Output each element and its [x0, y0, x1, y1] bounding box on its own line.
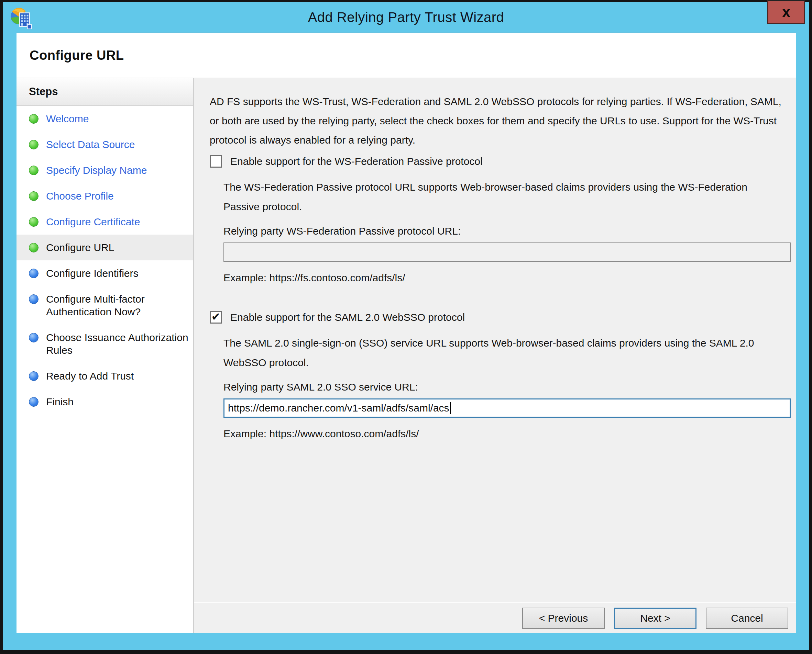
- step-configure-url-current[interactable]: Configure URL: [17, 235, 193, 260]
- wsfed-example-text: Example: https://fs.contoso.com/adfs/ls/: [224, 272, 789, 284]
- step-ready-to-add-trust: Ready to Add Trust: [17, 363, 193, 389]
- wsfed-checkbox-row: Enable support for the WS-Federation Pas…: [210, 155, 789, 168]
- page-header: Configure URL: [17, 33, 796, 78]
- wsfed-description: The WS-Federation Passive protocol URL s…: [224, 177, 782, 216]
- step-configure-mfa: Configure Multi-factor Authentication No…: [17, 286, 193, 325]
- step-select-data-source[interactable]: Select Data Source: [17, 131, 193, 157]
- next-button[interactable]: Next >: [614, 608, 697, 629]
- steps-sidebar: Steps Welcome Select Data Source Specify…: [17, 78, 194, 633]
- step-done-bullet-icon: [29, 217, 38, 227]
- steps-list: Welcome Select Data Source Specify Displ…: [17, 106, 193, 414]
- step-pending-bullet-icon: [29, 371, 38, 381]
- saml-description: The SAML 2.0 single-sign-on (SSO) servic…: [224, 333, 782, 372]
- checkmark-icon: ✔: [211, 311, 221, 322]
- wsfed-checkbox-label: Enable support for the WS-Federation Pas…: [230, 156, 483, 167]
- step-finish: Finish: [17, 389, 193, 414]
- screen: Add Relying Party Trust Wizard x Configu…: [0, 0, 812, 654]
- step-done-bullet-icon: [29, 191, 38, 201]
- cancel-button[interactable]: Cancel: [706, 608, 788, 629]
- adfs-app-icon: [10, 6, 33, 29]
- step-pending-bullet-icon: [29, 269, 38, 278]
- saml-checkbox[interactable]: ✔: [210, 311, 222, 324]
- page-title: Configure URL: [29, 48, 124, 63]
- wsfed-url-label: Relying party WS-Federation Passive prot…: [224, 225, 789, 237]
- step-configure-identifiers: Configure Identifiers: [17, 260, 193, 286]
- close-button[interactable]: x: [767, 0, 805, 24]
- text-cursor: [450, 402, 451, 414]
- wizard-content-panel: Configure URL Steps Welcome Select Data …: [17, 33, 796, 633]
- title-bar: Add Relying Party Trust Wizard x: [3, 2, 809, 33]
- step-done-bullet-icon: [29, 243, 38, 252]
- intro-text: AD FS supports the WS-Trust, WS-Federati…: [210, 92, 791, 150]
- wsfed-checkbox[interactable]: [210, 155, 222, 168]
- saml-example-text: Example: https://www.contoso.com/adfs/ls…: [224, 428, 789, 440]
- step-pending-bullet-icon: [29, 397, 38, 407]
- step-done-bullet-icon: [29, 140, 38, 150]
- window-title: Add Relying Party Trust Wizard: [308, 10, 504, 25]
- saml-url-value: https://demo.rancher.com/v1-saml/adfs/sa…: [228, 402, 449, 414]
- step-pending-bullet-icon: [29, 333, 38, 342]
- steps-header: Steps: [17, 78, 193, 106]
- saml-checkbox-label: Enable support for the SAML 2.0 WebSSO p…: [230, 312, 465, 323]
- step-specify-display-name[interactable]: Specify Display Name: [17, 157, 193, 183]
- configure-url-pane: AD FS supports the WS-Trust, WS-Federati…: [194, 78, 796, 633]
- wizard-button-bar: < Previous Next > Cancel: [194, 602, 796, 633]
- saml-url-label: Relying party SAML 2.0 SSO service URL:: [224, 381, 789, 393]
- step-choose-profile[interactable]: Choose Profile: [17, 183, 193, 209]
- wsfed-url-input: [224, 243, 791, 262]
- step-pending-bullet-icon: [29, 294, 38, 304]
- saml-url-input[interactable]: https://demo.rancher.com/v1-saml/adfs/sa…: [224, 399, 791, 418]
- step-done-bullet-icon: [29, 114, 38, 124]
- step-configure-certificate[interactable]: Configure Certificate: [17, 209, 193, 235]
- wizard-window: Add Relying Party Trust Wizard x Configu…: [3, 2, 809, 650]
- saml-checkbox-row: ✔ Enable support for the SAML 2.0 WebSSO…: [210, 311, 789, 324]
- step-welcome[interactable]: Welcome: [17, 106, 193, 131]
- step-choose-issuance-rules: Choose Issuance Authorization Rules: [17, 325, 193, 363]
- previous-button[interactable]: < Previous: [522, 608, 605, 629]
- step-done-bullet-icon: [29, 165, 38, 175]
